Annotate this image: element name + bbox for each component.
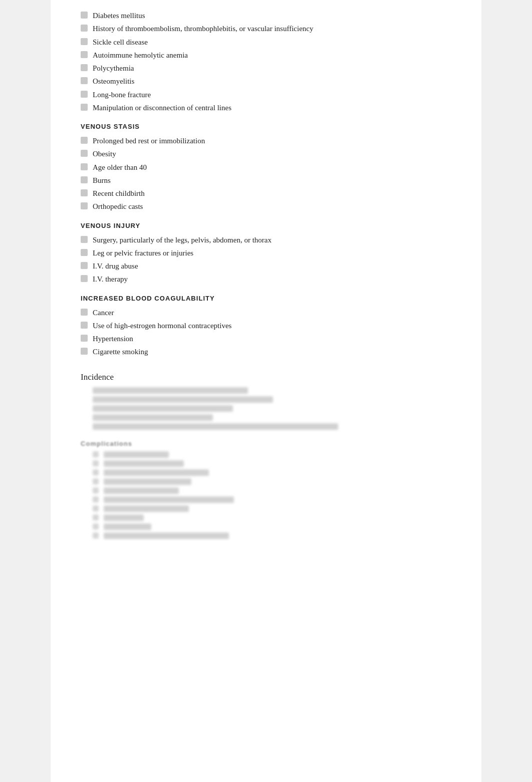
list-item: Cigarette smoking	[81, 346, 451, 358]
bullet-icon	[81, 202, 88, 209]
venous-stasis-section: VENOUS STASIS Prolonged bed rest or immo…	[81, 123, 451, 213]
list-item-text: Hypertension	[93, 333, 133, 345]
incidence-blurred-content	[81, 387, 451, 430]
list-item: I.V. drug abuse	[81, 260, 451, 272]
venous-stasis-list: Prolonged bed rest or immobilization Obe…	[81, 135, 451, 213]
complications-heading: Complications	[81, 440, 451, 447]
bullet-icon	[81, 150, 88, 157]
list-item-text: Manipulation or disconnection of central…	[93, 102, 231, 114]
bullet-icon	[81, 189, 88, 196]
list-item: Long-bone fracture	[81, 89, 451, 101]
list-item-text: Cigarette smoking	[93, 346, 148, 358]
list-item-text: Obesity	[93, 148, 116, 160]
list-item: Manipulation or disconnection of central…	[81, 102, 451, 114]
list-item-text: Autoimmune hemolytic anemia	[93, 50, 188, 61]
list-item: Hypertension	[81, 333, 451, 345]
list-item-text: Sickle cell disease	[93, 37, 148, 48]
hypercoagulability-list: Diabetes mellitus History of thromboembo…	[81, 10, 451, 114]
bullet-icon	[81, 348, 88, 355]
list-item-text: Leg or pelvic fractures or injuries	[93, 247, 193, 259]
list-item: Age older than 40	[81, 162, 451, 173]
bullet-icon	[81, 38, 88, 45]
venous-stasis-heading: VENOUS STASIS	[81, 123, 451, 130]
list-item: Cancer	[81, 307, 451, 319]
list-item: Prolonged bed rest or immobilization	[81, 135, 451, 147]
incidence-heading: Incidence	[81, 372, 451, 382]
bullet-icon	[81, 309, 88, 316]
bullet-icon	[81, 25, 88, 32]
page-content: Diabetes mellitus History of thromboembo…	[51, 0, 481, 782]
list-item-text: Cancer	[93, 307, 114, 319]
list-item: Obesity	[81, 148, 451, 160]
bullet-icon	[81, 64, 88, 71]
complications-blurred-content	[81, 451, 451, 539]
list-item: Diabetes mellitus	[81, 10, 451, 22]
list-item: Use of high-estrogen hormonal contracept…	[81, 320, 451, 332]
list-item-text: I.V. drug abuse	[93, 260, 138, 272]
list-item-text: Diabetes mellitus	[93, 10, 145, 22]
bullet-icon	[81, 335, 88, 342]
list-item: History of thromboembolism, thrombophleb…	[81, 23, 451, 35]
list-item: Polycythemia	[81, 63, 451, 74]
coagulability-section: INCREASED BLOOD COAGULABILITY Cancer Use…	[81, 295, 451, 358]
bullet-icon	[81, 275, 88, 282]
list-item: Surgery, particularly of the legs, pelvi…	[81, 234, 451, 246]
list-item-text: Orthopedic casts	[93, 201, 143, 212]
list-item: Autoimmune hemolytic anemia	[81, 50, 451, 61]
bullet-icon	[81, 176, 88, 183]
bullet-icon	[81, 236, 88, 243]
bullet-icon	[81, 262, 88, 269]
bullet-icon	[81, 163, 88, 170]
list-item-text: I.V. therapy	[93, 274, 128, 285]
list-item-text: Polycythemia	[93, 63, 134, 74]
list-item: Leg or pelvic fractures or injuries	[81, 247, 451, 259]
list-item-text: Age older than 40	[93, 162, 147, 173]
list-item: Sickle cell disease	[81, 37, 451, 48]
list-item-text: Use of high-estrogen hormonal contracept…	[93, 320, 231, 332]
coagulability-list: Cancer Use of high-estrogen hormonal con…	[81, 307, 451, 358]
list-item-text: Osteomyelitis	[93, 76, 134, 87]
bullet-icon	[81, 322, 88, 329]
bullet-icon	[81, 91, 88, 98]
list-item-text: Recent childbirth	[93, 188, 145, 199]
bullet-icon	[81, 104, 88, 111]
list-item-text: Burns	[93, 175, 111, 186]
list-item: Orthopedic casts	[81, 201, 451, 212]
list-item-text: History of thromboembolism, thrombophleb…	[93, 23, 314, 35]
list-item: Osteomyelitis	[81, 76, 451, 87]
bullet-icon	[81, 77, 88, 84]
bullet-icon	[81, 12, 88, 19]
list-item-text: Surgery, particularly of the legs, pelvi…	[93, 234, 272, 246]
venous-injury-list: Surgery, particularly of the legs, pelvi…	[81, 234, 451, 286]
bullet-icon	[81, 137, 88, 144]
list-item: Recent childbirth	[81, 188, 451, 199]
venous-injury-heading: VENOUS INJURY	[81, 222, 451, 229]
venous-injury-section: VENOUS INJURY Surgery, particularly of t…	[81, 222, 451, 286]
list-item-text: Long-bone fracture	[93, 89, 151, 101]
list-item-text: Prolonged bed rest or immobilization	[93, 135, 205, 147]
coagulability-heading: INCREASED BLOOD COAGULABILITY	[81, 295, 451, 302]
list-item: Burns	[81, 175, 451, 186]
bullet-icon	[81, 249, 88, 256]
bullet-icon	[81, 51, 88, 58]
list-item: I.V. therapy	[81, 274, 451, 285]
